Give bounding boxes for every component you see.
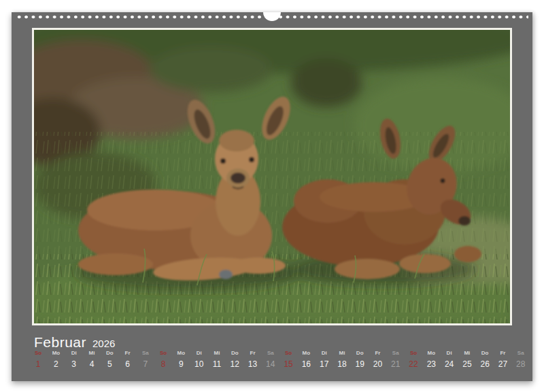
day-number: 19 [356,359,364,369]
day-number: 5 [107,359,112,369]
calendar-day-cell: So 8 [154,350,172,369]
calendar-day-cell: Mi 25 [458,350,476,369]
calendar-day-cell: Fr 6 [118,350,136,369]
day-number: 7 [143,359,148,369]
day-of-week-label: Fr [250,350,256,357]
calendar-day-cell: Sa 21 [387,350,405,369]
day-of-week-label: Fr [125,350,131,357]
day-of-week-label: Mo [177,350,186,357]
moose-calves-photo [34,30,510,323]
day-number: 21 [391,359,400,369]
day-number: 16 [302,359,311,369]
day-number: 12 [231,359,239,369]
day-of-week-label: Di [322,350,327,357]
day-of-week-label: Mi [89,350,95,357]
calendar-day-cell: Do 26 [476,350,494,369]
calendar-day-cell: Sa 14 [262,350,279,369]
day-of-week-label: Fr [375,350,380,357]
calendar-day-cell: Mi 11 [208,350,226,369]
day-number: 22 [409,359,418,369]
day-of-week-label: Sa [267,350,274,357]
day-of-week-label: Mo [428,350,436,357]
day-number: 23 [427,359,436,369]
day-of-week-label: Fr [500,350,505,357]
calendar-day-cell: Mi 18 [333,350,351,369]
calendar-day-cell: So 1 [29,350,47,369]
calendar-day-cell: Do 12 [226,350,243,369]
year-label: 2026 [92,338,115,349]
day-of-week-label: Mi [214,350,220,357]
calendar-day-cell: Di 3 [65,350,83,369]
day-number: 11 [213,359,221,369]
day-of-week-label: Sa [517,350,524,357]
day-of-week-label: Di [71,350,77,357]
day-number: 3 [71,359,76,369]
day-of-week-label: Di [197,350,202,357]
calendar-day-cell: Sa 28 [512,350,530,369]
day-of-week-label: Do [481,350,489,357]
day-of-week-label: Sa [392,350,399,357]
day-number: 18 [337,359,346,369]
photo-frame [32,28,512,325]
day-of-week-label: Mo [303,350,311,357]
day-number: 6 [125,359,130,369]
day-number: 14 [266,359,275,369]
day-number: 2 [54,359,58,369]
day-number: 1 [36,359,41,369]
calendar-day-cell: Mo 9 [172,350,190,369]
calendar-day-cell: Mo 23 [422,350,440,369]
month-name: Februar [34,334,86,351]
day-number: 28 [516,359,525,369]
day-of-week-label: Do [356,350,364,357]
calendar-day-cell: Di 17 [316,350,333,369]
day-of-week-label: Mi [464,350,470,357]
calendar-day-cell: Sa 7 [137,350,154,369]
day-number: 25 [462,359,471,369]
day-of-week-label: Di [447,350,452,357]
day-number: 17 [320,359,328,369]
calendar-day-cell: Mo 16 [297,350,315,369]
day-of-week-label: Mi [339,350,345,357]
calendar-page: Februar 2026 So 1 Mo 2 Di 3 Mi 4 Do 5 Fr… [12,12,532,381]
day-of-week-label: So [410,350,417,357]
day-number: 4 [90,359,95,369]
calendar-grid: So 1 Mo 2 Di 3 Mi 4 Do 5 Fr 6 Sa 7 So 8 … [29,350,530,369]
day-number: 26 [480,359,489,369]
calendar-day-cell: Mi 4 [83,350,101,369]
calendar-day-cell: Fr 20 [369,350,386,369]
calendar-day-cell: Di 24 [440,350,458,369]
day-number: 20 [373,359,382,369]
calendar-day-cell: So 15 [279,350,297,369]
day-of-week-label: Do [106,350,114,357]
day-of-week-label: Sa [142,350,149,357]
day-number: 15 [284,359,292,369]
day-number: 10 [194,359,203,369]
day-of-week-label: So [285,350,292,357]
day-number: 24 [445,359,454,369]
day-of-week-label: Do [231,350,239,357]
day-number: 13 [248,359,257,369]
month-title: Februar 2026 [34,334,115,351]
calendar-day-cell: Di 10 [190,350,208,369]
calendar-day-cell: Mo 2 [47,350,65,369]
calendar-day-cell: So 22 [405,350,422,369]
calendar-day-cell: Do 19 [351,350,369,369]
day-of-week-label: Mo [52,350,61,357]
day-of-week-label: So [160,350,167,357]
day-of-week-label: So [35,350,41,357]
day-number: 27 [498,359,507,369]
calendar-day-cell: Fr 27 [494,350,511,369]
calendar-day-cell: Fr 13 [243,350,261,369]
day-number: 8 [161,359,166,369]
calendar-day-cell: Do 5 [101,350,118,369]
day-number: 9 [179,359,184,369]
